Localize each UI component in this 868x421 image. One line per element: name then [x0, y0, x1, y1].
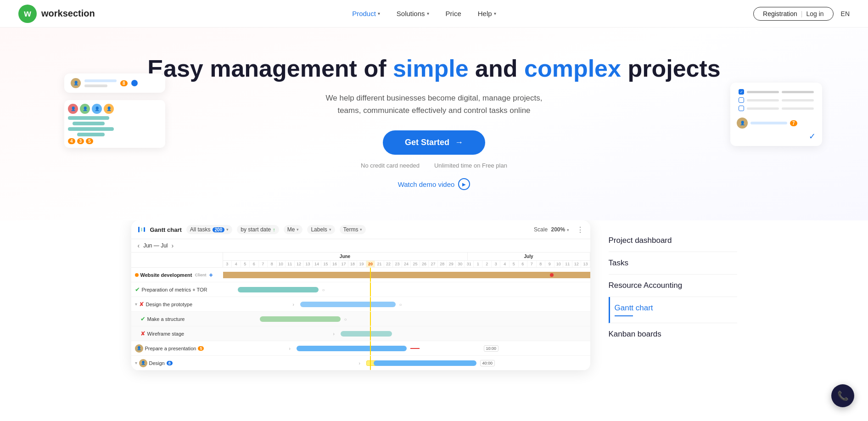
month-label-june: June	[223, 253, 468, 260]
nav-link-product[interactable]: Product ▾	[352, 10, 380, 17]
gantt-chart-title: Gantt chart	[150, 226, 182, 233]
add-icon[interactable]: +	[209, 271, 213, 279]
checkbox-checked: ✓	[739, 89, 744, 95]
badge-count: 8	[120, 80, 128, 86]
logo-text: worksection	[41, 8, 95, 19]
checkbox-unchecked	[739, 97, 744, 103]
nav-link-help[interactable]: Help ▾	[478, 10, 496, 17]
expand-icon[interactable]: ▾	[135, 302, 137, 307]
language-selector[interactable]: EN	[841, 10, 850, 17]
gantt-mini-decoration: 👤 👤 👤 👤 4 3 5	[64, 100, 165, 148]
gantt-toolbar: Gantt chart All tasks 200 ▾ by start dat…	[131, 220, 590, 239]
table-row: ▾ ✘ Design the prototype › ○	[131, 297, 590, 312]
badge-blue	[131, 80, 138, 86]
prev-arrow[interactable]: ‹	[138, 242, 140, 249]
gantt-chart-preview: Gantt chart All tasks 200 ▾ by start dat…	[131, 220, 590, 370]
hero-meta: No credit card needed Unlimited time on …	[18, 162, 850, 169]
chevron-down-icon: ▾	[378, 11, 380, 16]
status-dot	[135, 273, 139, 277]
table-row: ▾ 👤 Design 8 › 40:00	[131, 356, 590, 370]
scale-control[interactable]: Scale 200% ▾	[534, 226, 569, 233]
sidebar-item-gantt-chart[interactable]: Gantt chart	[609, 297, 737, 323]
task-count-badge: 5	[198, 346, 204, 351]
table-row: ✔ Make a structure ○	[131, 312, 590, 326]
main-content: Gantt chart All tasks 200 ▾ by start dat…	[113, 220, 756, 389]
gantt-bars-cell: › 10:00	[223, 341, 590, 355]
registration-login-button[interactable]: Registration | Log in	[753, 7, 834, 21]
chevron-down-icon: ▾	[297, 227, 299, 232]
badge-orange: 7	[790, 120, 797, 126]
avatar: 👤	[737, 118, 748, 129]
expand-icon[interactable]: ▾	[135, 360, 137, 365]
gantt-bars-cell: ›	[223, 326, 590, 341]
sidebar-item-kanban-boards[interactable]: Kanban boards	[609, 323, 737, 345]
sidebar-item-tasks[interactable]: Tasks	[609, 252, 737, 275]
gantt-bars-cell: › ○	[223, 297, 590, 311]
table-row: ✔ Preparation of metrics + TOR ○	[131, 282, 590, 297]
gantt-bars-cell: ○	[223, 312, 590, 326]
me-filter[interactable]: Me ▾	[284, 225, 303, 234]
nav-links: Product ▾ Solutions ▾ Price Help ▾	[352, 10, 496, 17]
gantt-nav: ‹ Jun — Jul ›	[131, 239, 590, 253]
avatar: 👤	[139, 359, 147, 367]
watch-demo-link[interactable]: Watch demo video ▶	[18, 178, 850, 190]
hero-subtitle: We help different businesses become digi…	[319, 92, 549, 117]
task-count-badge: 8	[167, 361, 173, 365]
check-red-icon: ✘	[140, 330, 146, 337]
chevron-down-icon: ▾	[494, 11, 496, 16]
hero-section: 👤 8 👤 👤 👤 👤 4 3 5	[0, 28, 868, 220]
avatar: 👤	[71, 78, 81, 88]
get-started-button[interactable]: Get Started →	[383, 130, 485, 155]
task-name-cell: 👤 Prepare a presentation 5	[131, 344, 223, 353]
chevron-down-icon: ▾	[226, 227, 229, 232]
hero-right-decoration: ✓ 👤	[730, 83, 822, 146]
right-sidebar: Project dashboard Tasks Resource Account…	[609, 220, 737, 370]
nav-right: Registration | Log in EN	[753, 7, 850, 21]
table-row: ✘ Wireframe stage ›	[131, 326, 590, 341]
check-circle-icon: ✓	[809, 131, 816, 141]
gantt-bars-cell	[223, 268, 590, 282]
chevron-down-icon: ▾	[360, 227, 362, 232]
sort-up-icon: ↑	[273, 227, 275, 232]
terms-filter[interactable]: Terms ▾	[340, 225, 366, 234]
table-row: Website development Client +	[131, 268, 590, 282]
check-green-icon: ✔	[135, 286, 140, 293]
check-red-icon: ✘	[139, 301, 144, 308]
active-underline	[615, 315, 633, 316]
task-name-cell: Website development Client +	[131, 271, 223, 279]
month-label-july: July	[468, 253, 590, 260]
all-tasks-filter[interactable]: All tasks 200 ▾	[186, 225, 232, 234]
more-options-icon[interactable]: ⋮	[577, 225, 584, 234]
avatar: 👤	[135, 344, 143, 353]
task-name-cell: ✔ Make a structure	[131, 315, 223, 322]
gantt-bars-cell: ○	[223, 282, 590, 297]
chevron-down-icon: ▾	[329, 227, 331, 232]
logo-icon: w	[18, 5, 37, 23]
nav-link-price[interactable]: Price	[446, 10, 461, 17]
table-row: 👤 Prepare a presentation 5 › 10:00	[131, 341, 590, 356]
task-count-badge: 200	[213, 227, 225, 232]
gantt-body: June July 3 4 5 6 7 8 10 11 12 13	[131, 253, 590, 370]
task-name-cell: ✔ Preparation of metrics + TOR	[131, 286, 223, 293]
call-support-button[interactable]: 📞	[831, 384, 854, 389]
gantt-icon	[138, 227, 146, 232]
sidebar-item-project-dashboard[interactable]: Project dashboard	[609, 230, 737, 252]
checkbox-unchecked	[739, 106, 744, 111]
hero-left-decoration: 👤 8 👤 👤 👤 👤 4 3 5	[64, 73, 165, 148]
check-green-icon: ✔	[140, 315, 146, 322]
gantt-bars-cell: › 40:00	[223, 356, 590, 370]
date-range: Jun — Jul	[143, 242, 168, 249]
days-row: 3 4 5 6 7 8 10 11 12 13 14 15 16 17	[223, 261, 590, 267]
nav-link-solutions[interactable]: Solutions ▾	[397, 10, 429, 17]
logo[interactable]: w worksection	[18, 5, 95, 23]
chevron-down-icon: ▾	[567, 228, 569, 232]
play-icon: ▶	[458, 178, 470, 190]
start-date-filter[interactable]: by start date ↑	[237, 225, 279, 234]
sidebar-item-resource-accounting[interactable]: Resource Accounting	[609, 275, 737, 297]
chevron-down-icon: ▾	[427, 11, 429, 16]
labels-filter[interactable]: Labels ▾	[307, 225, 335, 234]
task-name-cell: ▾ 👤 Design 8	[131, 359, 223, 367]
task-name-cell: ✘ Wireframe stage	[131, 330, 223, 337]
next-arrow[interactable]: ›	[172, 242, 174, 249]
task-name-cell: ▾ ✘ Design the prototype	[131, 301, 223, 308]
